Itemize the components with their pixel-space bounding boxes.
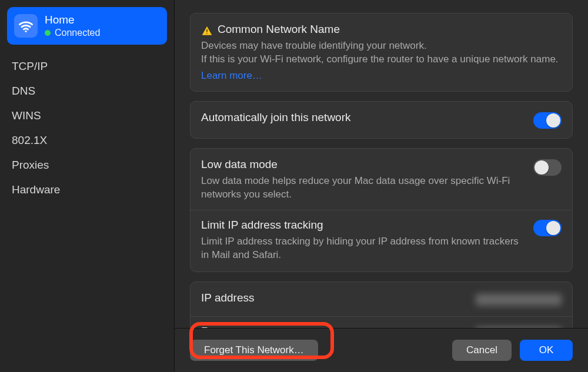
auto-join-toggle[interactable] [533,112,562,129]
sidebar-network-card[interactable]: Home Connected [7,7,167,45]
network-name: Home [45,13,100,27]
footer-bar: Forget This Network… Cancel OK [175,328,588,372]
svg-point-0 [25,31,26,32]
low-data-desc: Low data mode helps reduce your Mac data… [201,175,519,202]
sidebar-item-proxies[interactable]: Proxies [7,154,167,176]
divider [191,210,572,210]
divider [191,316,572,317]
sidebar-item-dns[interactable]: DNS [7,80,167,102]
ip-address-label: IP address [201,291,462,304]
common-network-warning: Common Network Name Devices may have tro… [190,13,573,92]
ip-address-value: redacted [476,294,562,306]
svg-rect-2 [206,33,208,34]
limit-ip-toggle[interactable] [533,220,562,236]
limit-ip-desc: Limit IP address tracking by hiding your… [201,235,519,262]
data-options-card: Low data mode Low data mode helps reduce… [190,148,573,272]
network-info-card: IP address redacted Router redacted [190,281,573,328]
warning-line1: Devices may have trouble identifying you… [201,39,562,53]
sidebar-item-tcpip[interactable]: TCP/IP [7,55,167,78]
warning-line2: If this is your Wi-Fi network, configure… [201,53,562,66]
sidebar: Home Connected TCP/IP DNS WINS 802.1X Pr… [0,0,175,372]
limit-ip-title: Limit IP address tracking [201,219,519,232]
cancel-button[interactable]: Cancel [452,340,512,361]
sidebar-item-wins[interactable]: WINS [7,105,167,127]
auto-join-label: Automatically join this network [201,111,519,124]
ok-button[interactable]: OK [520,340,573,361]
low-data-toggle[interactable] [533,159,562,176]
auto-join-row: Automatically join this network [190,101,573,139]
forget-network-button[interactable]: Forget This Network… [190,340,318,361]
warning-icon [201,25,213,37]
warning-title: Common Network Name [218,23,340,36]
main-panel: Common Network Name Devices may have tro… [175,0,588,372]
learn-more-link[interactable]: Learn more… [201,70,262,82]
sidebar-item-8021x[interactable]: 802.1X [7,129,167,152]
sidebar-item-hardware[interactable]: Hardware [7,179,167,201]
low-data-title: Low data mode [201,158,519,171]
wifi-icon [14,14,38,38]
network-status-text: Connected [55,27,100,39]
svg-rect-1 [206,29,208,32]
status-indicator-icon [45,30,51,36]
main-content: Common Network Name Devices may have tro… [175,0,588,328]
